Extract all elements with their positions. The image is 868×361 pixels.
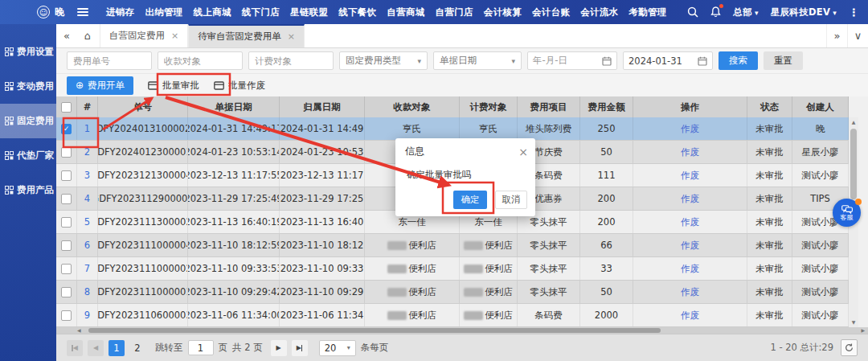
table-row[interactable]: 6GDFY2023111000004f2023-11-10 18:12:5920…	[56, 234, 849, 257]
row-checkbox[interactable]	[61, 287, 72, 297]
topnav-item[interactable]: 出纳管理	[145, 6, 182, 18]
void-link[interactable]: 作废	[681, 193, 699, 205]
reset-button[interactable]: 重置	[764, 51, 803, 70]
sidebar-item-label: 费用产品	[17, 184, 54, 196]
void-link[interactable]: 作废	[681, 286, 699, 298]
amount-cell: 50	[580, 141, 633, 163]
batch-approve-button[interactable]: 批量审批	[148, 80, 199, 92]
topnav-item[interactable]: 会计流水	[580, 6, 618, 18]
topnav-item[interactable]: 线上商城	[194, 6, 231, 18]
batch-void-button[interactable]: 批量作废	[214, 80, 265, 92]
username[interactable]: 晚	[55, 6, 64, 19]
table-row[interactable]: 7GDFY2023111000002f2023-11-10 09:33:5320…	[56, 257, 849, 281]
prev-page-button[interactable]: ◀	[88, 340, 104, 356]
jump-page-input[interactable]	[188, 340, 214, 355]
table-row[interactable]: 9GDFY2023110600003f2023-11-06 11:34:0020…	[56, 304, 849, 327]
caret-down-icon: ▾	[417, 57, 421, 65]
topnav-item[interactable]: 进销存	[106, 6, 134, 18]
amount-cell: 111	[580, 164, 633, 187]
row-checkbox[interactable]	[61, 264, 72, 274]
topnav-item[interactable]: 线下餐饮	[338, 6, 376, 18]
sidebar-item-费用设置[interactable]: 费用设置	[0, 35, 56, 69]
sidebar-item-费用产品[interactable]: 费用产品	[0, 173, 56, 207]
tab-自营固定费用[interactable]: 自营固定费用×	[100, 24, 188, 47]
void-link[interactable]: 作废	[681, 123, 699, 135]
doc-date-cell: 2023-11-10 09:29:42	[188, 281, 280, 303]
tab-close-icon[interactable]: ×	[171, 31, 178, 41]
tab-close-icon[interactable]: ×	[288, 31, 295, 42]
row-checkbox[interactable]	[61, 310, 72, 321]
void-link[interactable]: 作废	[681, 240, 699, 252]
user-avatar[interactable]: ☺	[37, 6, 50, 18]
row-checkbox[interactable]	[61, 147, 72, 158]
op-cell: 作废	[633, 281, 747, 303]
row-index-cell: 5	[77, 211, 98, 233]
last-page-button[interactable]: ▶	[292, 340, 308, 356]
filter-fixed-fee-type-select[interactable]: 固定费用类型▾	[339, 51, 428, 70]
filter-date-type-select[interactable]: 单据日期▾	[433, 51, 522, 70]
row-checkbox[interactable]	[61, 194, 72, 204]
void-link[interactable]: 作废	[681, 263, 699, 275]
refresh-button[interactable]	[841, 339, 858, 356]
scroll-left-icon[interactable]: ◀	[77, 327, 81, 334]
filter-payee-input[interactable]	[158, 51, 243, 70]
account-menu[interactable]: 星辰科技DEV▾	[771, 6, 837, 18]
void-link[interactable]: 作废	[681, 216, 699, 228]
kebab-menu-icon[interactable]: ⋮	[849, 6, 860, 18]
collapse-tabs-icon[interactable]: «	[56, 30, 77, 42]
row-checkbox[interactable]: ✓	[61, 124, 72, 134]
page-number-1[interactable]: 1	[108, 340, 125, 356]
topnav-item[interactable]: 自营门店	[436, 6, 473, 18]
table-row[interactable]: 8GDFY2023111000001f2023-11-10 09:29:4220…	[56, 281, 849, 304]
org-switcher[interactable]: 总部▾	[733, 6, 758, 18]
confirm-button[interactable]: 确定	[453, 191, 487, 209]
topnav-item[interactable]: 星链联盟	[290, 6, 328, 18]
sidebar-item-固定费用[interactable]: 固定费用	[0, 104, 56, 138]
per-page-label: 条每页	[361, 342, 389, 354]
sidebar-item-变动费用[interactable]: 变动费用	[0, 69, 56, 104]
void-link[interactable]: 作废	[681, 310, 699, 322]
page-number-2[interactable]: 2	[129, 340, 145, 356]
first-page-button[interactable]: ◀	[67, 340, 83, 356]
filter-billing-object-input[interactable]	[248, 51, 334, 70]
page-size-select[interactable]: 20▾	[319, 340, 356, 356]
void-link[interactable]: 作废	[681, 170, 699, 182]
table-row[interactable]: ✓1GDFY2024013100002a2024-01-31 14:49:172…	[56, 117, 849, 141]
tab-待审自营固定费用单[interactable]: 待审自营固定费用单×	[188, 24, 305, 47]
topnav-item[interactable]: 线下门店	[242, 6, 280, 18]
doc-date-cell: 2023-12-13 11:17:55	[188, 164, 280, 187]
tab-list-dropdown-icon[interactable]: ∨	[847, 24, 868, 47]
topnav-item[interactable]: 会计台账	[532, 6, 570, 18]
topnav-item[interactable]: 考勤管理	[628, 6, 666, 18]
close-icon[interactable]: ×	[518, 147, 528, 157]
scroll-up-icon[interactable]: ▲	[852, 117, 856, 127]
hamburger-menu-icon[interactable]	[77, 8, 88, 16]
customer-service-widget[interactable]: 客服	[833, 199, 863, 229]
topnav-item[interactable]: 会计核算	[484, 6, 522, 18]
topnav-item[interactable]: 自营商城	[387, 6, 424, 18]
amount-cell: 33	[580, 257, 633, 280]
scroll-down-icon[interactable]: ▼	[852, 318, 856, 327]
search-button[interactable]: 搜索	[719, 51, 758, 70]
expand-tabs-icon[interactable]: »	[826, 24, 847, 47]
row-checkbox[interactable]	[61, 217, 72, 228]
search-icon[interactable]	[687, 6, 698, 18]
row-checkbox[interactable]	[61, 240, 72, 251]
cancel-button[interactable]: 取消	[495, 191, 527, 209]
void-link[interactable]: 作废	[681, 146, 699, 158]
date-to-picker[interactable]: 2024-01-31	[623, 51, 713, 70]
horizontal-scrollbar[interactable]: ◀ ▶	[56, 327, 868, 334]
select-all-checkbox[interactable]	[61, 102, 72, 113]
redacted-text	[464, 241, 483, 250]
row-checkbox[interactable]	[61, 170, 72, 181]
sidebar-item-代垫厂家[interactable]: 代垫厂家	[0, 138, 56, 173]
horizontal-scrollbar-thumb[interactable]	[88, 328, 661, 333]
next-page-button[interactable]: ▶	[271, 340, 287, 356]
date-from-picker[interactable]: 年-月-日	[527, 51, 617, 70]
create-expense-button[interactable]: ⊕ 费用开单	[67, 76, 133, 95]
home-icon[interactable]: ⌂	[77, 30, 98, 42]
scroll-right-icon[interactable]: ▶	[861, 327, 865, 334]
filter-bill-no-input[interactable]	[67, 51, 152, 70]
vertical-scrollbar-thumb[interactable]	[850, 129, 857, 199]
notification-bell-icon[interactable]	[710, 6, 721, 18]
